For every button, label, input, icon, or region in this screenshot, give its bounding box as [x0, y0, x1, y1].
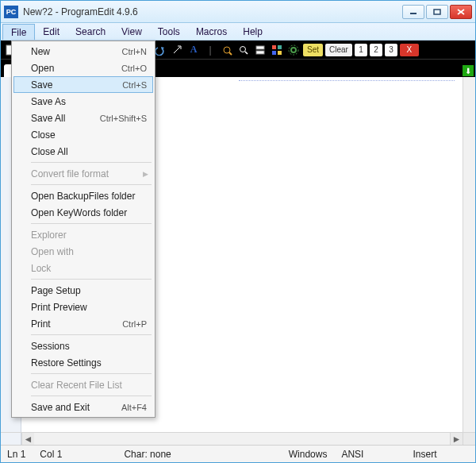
svg-point-29 [291, 48, 296, 52]
statusbar: Ln 1 Col 1 Char: none Windows ANSI Inser… [1, 445, 475, 462]
menu-item-convert-file-format: Convert file format▶ [13, 165, 153, 182]
menu-item-label: Lock [31, 263, 147, 274]
svg-rect-27 [272, 51, 276, 55]
menu-item-open[interactable]: OpenCtrl+O [13, 60, 153, 76]
menu-tools[interactable]: Tools [150, 23, 188, 40]
menu-macros[interactable]: Macros [188, 23, 235, 40]
menu-separator [31, 223, 152, 224]
minimize-button[interactable] [402, 5, 424, 19]
menubar: File Edit Search View Tools Macros Help [1, 23, 475, 41]
menu-item-print[interactable]: PrintCtrl+P [13, 315, 153, 332]
menu-file[interactable]: File [2, 24, 35, 40]
menu-item-label: Save As [31, 96, 147, 107]
menu-item-shortcut: Alt+F4 [121, 403, 147, 412]
menu-item-shortcut: Ctrl+P [122, 319, 147, 329]
menu-item-open-with: Open with [13, 243, 153, 260]
menu-item-shortcut: Ctrl+N [122, 47, 147, 56]
menu-item-label: Print Preview [31, 302, 147, 313]
menu-item-restore-settings[interactable]: Restore Settings [13, 354, 153, 371]
scroll-track[interactable] [34, 433, 450, 445]
close-x-button[interactable]: X [400, 44, 419, 56]
margin-guide [239, 80, 455, 81]
menu-item-label: Save All [31, 113, 100, 124]
menu-item-open-keywords-folder[interactable]: Open KeyWords folder [13, 204, 153, 221]
scroll-right-icon[interactable]: ► [450, 433, 463, 445]
menu-search[interactable]: Search [67, 23, 113, 40]
menu-item-save-all[interactable]: Save AllCtrl+Shift+S [13, 110, 153, 126]
menu-item-label: Save and Exit [31, 402, 121, 413]
svg-rect-25 [272, 45, 276, 49]
find-icon[interactable] [236, 43, 251, 57]
vertical-scrollbar[interactable] [463, 77, 475, 432]
menu-item-close[interactable]: Close [13, 126, 153, 143]
font-letter-icon[interactable]: A [186, 43, 201, 57]
maximize-button[interactable] [426, 5, 448, 19]
svg-rect-23 [256, 46, 264, 49]
menu-item-label: Explorer [31, 230, 147, 241]
menu-separator [31, 373, 152, 374]
menu-item-label: Convert file format [31, 168, 147, 179]
menu-item-shortcut: Ctrl+Shift+S [100, 114, 147, 123]
clear-button[interactable]: Clear [325, 44, 352, 56]
status-char: Char: none [124, 449, 171, 460]
gear-icon[interactable] [286, 43, 301, 57]
menu-item-page-setup[interactable]: Page Setup [13, 282, 153, 299]
menu-separator [31, 162, 152, 163]
menu-item-save[interactable]: SaveCtrl+S [13, 76, 153, 93]
menu-item-label: Sessions [31, 341, 147, 352]
slot-2-button[interactable]: 2 [370, 44, 382, 56]
svg-rect-28 [278, 51, 282, 55]
svg-point-19 [224, 47, 230, 53]
slot-3-button[interactable]: 3 [385, 44, 397, 56]
set-button[interactable]: Set [303, 44, 323, 56]
close-button[interactable] [450, 5, 472, 19]
status-col: Col 1 [40, 449, 62, 460]
menu-item-close-all[interactable]: Close All [13, 143, 153, 160]
replace-icon[interactable] [253, 43, 267, 57]
status-line: Ln 1 [7, 449, 25, 460]
menu-item-print-preview[interactable]: Print Preview [13, 299, 153, 315]
menu-item-save-and-exit[interactable]: Save and ExitAlt+F4 [13, 399, 153, 415]
horizontal-scrollbar[interactable]: ◄ ► [1, 432, 475, 445]
menu-item-label: Close All [31, 146, 147, 157]
download-icon[interactable]: ⬇ [463, 65, 474, 76]
divider-icon: | [203, 43, 217, 57]
window-title: New?2 - ProgramEdit 4.9.6 [23, 6, 402, 17]
status-mode: Insert [413, 449, 436, 460]
menu-item-label: Save [31, 79, 122, 91]
menu-item-label: Open with [31, 246, 147, 257]
scroll-left-icon[interactable]: ◄ [21, 433, 34, 445]
svg-point-30 [289, 45, 298, 55]
menu-item-label: Clear Recent File List [31, 380, 147, 391]
menu-item-explorer: Explorer [13, 226, 153, 243]
menu-item-new[interactable]: NewCtrl+N [13, 43, 153, 60]
svg-line-20 [229, 52, 232, 55]
svg-line-22 [245, 52, 248, 54]
menu-item-label: New [31, 46, 122, 57]
menu-item-save-as[interactable]: Save As [13, 93, 153, 110]
menu-item-shortcut: Ctrl+O [121, 64, 147, 73]
menu-separator [31, 334, 152, 335]
file-menu-dropdown: NewCtrl+NOpenCtrl+OSaveCtrl+SSave AsSave… [11, 41, 155, 418]
menu-item-label: Restore Settings [31, 357, 147, 368]
menu-item-shortcut: Ctrl+S [122, 80, 147, 90]
menu-help[interactable]: Help [235, 23, 271, 40]
menu-item-label: Close [31, 129, 147, 141]
titlebar[interactable]: PC New?2 - ProgramEdit 4.9.6 [1, 1, 475, 23]
menu-item-lock: Lock [13, 260, 153, 276]
svg-rect-24 [256, 51, 264, 54]
menu-edit[interactable]: Edit [35, 23, 67, 40]
app-window: PC New?2 - ProgramEdit 4.9.6 File Edit S… [0, 0, 476, 463]
app-icon: PC [4, 6, 18, 18]
menu-item-sessions[interactable]: Sessions [13, 338, 153, 354]
menu-item-label: Page Setup [31, 285, 147, 296]
goto-icon[interactable] [170, 43, 184, 57]
palette-icon[interactable] [270, 43, 284, 57]
menu-view[interactable]: View [113, 23, 150, 40]
menu-separator [31, 184, 152, 185]
slot-1-button[interactable]: 1 [355, 44, 367, 56]
menu-item-open-backupfiles-folder[interactable]: Open BackupFiles folder [13, 187, 153, 204]
menu-item-clear-recent-file-list: Clear Recent File List [13, 376, 153, 393]
tool-icon[interactable] [220, 43, 234, 57]
menu-separator [31, 279, 152, 280]
